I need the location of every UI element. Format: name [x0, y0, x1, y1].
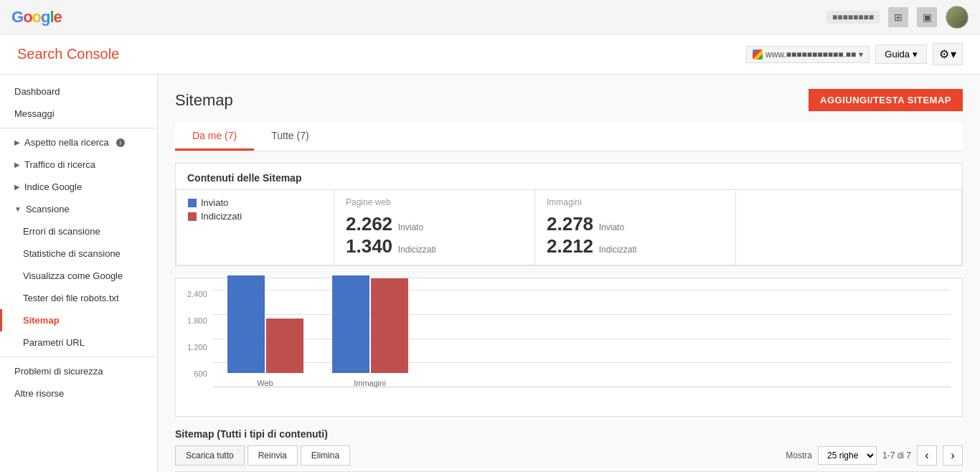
main-layout: Dashboard Messaggi ▶ Aspetto nella ricer… — [0, 75, 980, 472]
web-indicizzati-stat: 1.340 Indicizzati — [346, 235, 523, 258]
sidebar-item-traffico[interactable]: ▶ Traffico di ricerca — [0, 154, 157, 176]
google-topbar: Google ■■■■■■■■ ⊞ ▣ — [0, 0, 980, 34]
settings-button[interactable]: ⚙ ▾ — [933, 43, 963, 65]
site-icon — [753, 49, 763, 60]
action-buttons: Scarica tutto Reinvia Elimina Mostra 25 … — [175, 445, 963, 466]
action-btns-right: Mostra 25 righe 1-7 di 7 ‹ › — [786, 445, 963, 466]
apps-icon[interactable]: ⊞ — [888, 7, 908, 27]
user-text: ■■■■■■■■ — [826, 11, 880, 24]
sidebar: Dashboard Messaggi ▶ Aspetto nella ricer… — [0, 75, 158, 472]
web-inviato-stat: 2.262 Inviato — [346, 213, 523, 235]
sidebar-item-sicurezza[interactable]: Problemi di sicurezza — [0, 360, 157, 382]
scarica-button[interactable]: Scarica tutto — [175, 445, 245, 466]
sidebar-item-risorse[interactable]: Altre risorse — [0, 382, 157, 405]
info-icon: i — [116, 138, 125, 147]
sc-title: Search Console — [17, 46, 119, 62]
guide-arrow-icon: ▾ — [913, 49, 918, 60]
page-title: Sitemap — [175, 91, 233, 110]
contenuti-table: Inviato Indicizzati Pagine web 2.262 Inv… — [176, 189, 962, 265]
web-bar-pair — [227, 275, 303, 373]
sidebar-item-messaggi[interactable]: Messaggi — [0, 103, 157, 125]
contenuti-section: Contenuti delle Sitemap Inviato Indicizz… — [175, 163, 963, 266]
pagination-text: 1-7 di 7 — [882, 450, 911, 461]
next-page-button[interactable]: › — [943, 445, 963, 466]
settings-arrow-icon: ▾ — [951, 47, 956, 61]
sidebar-item-sitemap[interactable]: Sitemap — [0, 309, 157, 331]
bar-group-web: Web — [227, 275, 303, 387]
site-dropdown-arrow: ▾ — [859, 49, 863, 60]
sidebar-item-robots[interactable]: Tester dei file robots.txt — [0, 287, 157, 309]
immagini-bar-blue — [332, 275, 369, 373]
sc-header: Search Console www.■■■■■■■■■■■.■■ ▾ Guid… — [0, 34, 980, 75]
legend-indicizzati: Indicizzati — [188, 211, 322, 222]
sidebar-item-dashboard[interactable]: Dashboard — [0, 80, 157, 103]
immagini-label: Immagini — [354, 379, 386, 387]
mostra-label: Mostra — [786, 450, 812, 461]
web-label: Web — [257, 379, 273, 387]
sidebar-item-scansione[interactable]: ▼ Scansione — [0, 198, 157, 220]
rows-selector[interactable]: 25 righe — [818, 446, 877, 465]
web-bar-blue — [227, 275, 265, 373]
bar-group-immagini: Immagini — [332, 275, 408, 387]
bottom-section: Sitemap (Tutti i tipi di contenuti) Scar… — [175, 428, 963, 472]
elimina-button[interactable]: Elimina — [301, 445, 350, 466]
site-url: www.■■■■■■■■■■■.■■ — [765, 49, 856, 60]
legend-inviato: Inviato — [188, 197, 322, 208]
content-area: Sitemap AGGIUNGI/TESTA SITEMAP Da me (7)… — [158, 75, 980, 472]
sc-header-right: www.■■■■■■■■■■■.■■ ▾ Guida ▾ ⚙ ▾ — [746, 43, 963, 65]
google-logo: Google — [11, 8, 62, 27]
sidebar-item-aspetto[interactable]: ▶ Aspetto nella ricerca i — [0, 131, 157, 154]
tabs-container: Da me (7) Tutte (7) — [175, 123, 963, 151]
avatar[interactable] — [946, 6, 969, 29]
site-selector[interactable]: www.■■■■■■■■■■■.■■ ▾ — [746, 46, 870, 63]
action-btns-left: Scarica tutto Reinvia Elimina — [175, 445, 350, 466]
notification-icon[interactable]: ▣ — [917, 7, 937, 27]
chart-main: Web Immagini — [213, 290, 951, 405]
sidebar-item-parametri[interactable]: Parametri URL — [0, 331, 157, 354]
contenuti-title: Contenuti delle Sitemap — [176, 164, 962, 189]
gear-icon: ⚙ — [939, 47, 949, 61]
add-sitemap-button[interactable]: AGGIUNGI/TESTA SITEMAP — [809, 89, 963, 111]
reinvia-button[interactable]: Reinvia — [248, 445, 298, 466]
sidebar-item-statistiche[interactable]: Statistiche di scansione — [0, 242, 157, 265]
bar-groups: Web Immagini — [213, 290, 951, 387]
tab-tutte[interactable]: Tutte (7) — [254, 123, 326, 151]
sidebar-item-errori-scansione[interactable]: Errori di scansione — [0, 220, 157, 242]
col2-header: Pagine web — [346, 197, 523, 207]
page-header: Sitemap AGGIUNGI/TESTA SITEMAP — [175, 89, 963, 111]
immagini-bar-pair — [332, 275, 408, 373]
img-indicizzati-stat: 2.212 Indicizzati — [547, 235, 724, 258]
chart-inner: 2.400 1.800 1.200 600 0 — [187, 290, 951, 405]
img-inviato-stat: 2.278 Inviato — [547, 213, 724, 235]
tab-da-me[interactable]: Da me (7) — [175, 123, 254, 151]
chart-container: 2.400 1.800 1.200 600 0 — [175, 278, 963, 417]
web-bar-red — [266, 318, 303, 373]
sidebar-item-indice[interactable]: ▶ Indice Google — [0, 176, 157, 198]
prev-page-button[interactable]: ‹ — [917, 445, 937, 466]
sidebar-item-visualizza[interactable]: Visualizza come Google — [0, 265, 157, 287]
col3-header: Immagini — [547, 197, 724, 207]
immagini-bar-red — [371, 278, 408, 373]
bottom-title: Sitemap (Tutti i tipi di contenuti) — [175, 428, 963, 440]
topbar-right: ■■■■■■■■ ⊞ ▣ — [826, 6, 969, 29]
guide-button[interactable]: Guida ▾ — [875, 44, 927, 64]
chart-y-axis: 2.400 1.800 1.200 600 0 — [187, 290, 213, 405]
legend-blue-dot — [188, 199, 197, 207]
legend-red-dot — [188, 212, 197, 221]
